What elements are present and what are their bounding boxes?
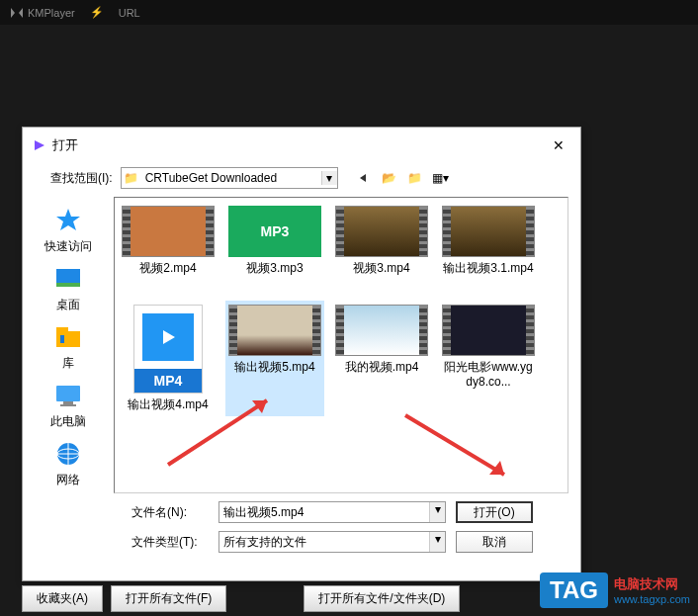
pc-icon [52, 380, 84, 411]
open-button[interactable]: 打开(O) [456, 501, 533, 523]
file-list[interactable]: 视频2.mp4 MP3 视频3.mp3 视频3.mp4 输出视频3.1.mp4 [114, 197, 568, 493]
file-item[interactable]: MP3 视频3.mp3 [225, 202, 324, 281]
mp4-file-icon: MP4 [133, 305, 203, 394]
favorites-button[interactable]: 收藏夹(A) [22, 585, 103, 612]
play-icon [33, 138, 46, 152]
file-item[interactable]: 输出视频3.1.mp4 [439, 202, 538, 281]
svg-rect-1 [56, 283, 80, 287]
file-item[interactable]: 我的视频.mp4 [332, 301, 431, 417]
filetype-dropdown[interactable]: 所有支持的文件 ▾ [218, 531, 446, 553]
svg-rect-4 [60, 335, 64, 343]
open-dialog: 打开 ✕ 查找范围(I): 📁 CRTubeGet Downloaded ▾ 📂… [22, 127, 581, 581]
folder-name: CRTubeGet Downloaded [141, 171, 321, 185]
file-item[interactable]: 阳光电影www.ygdy8.co... [439, 301, 538, 417]
view-menu-icon[interactable]: ▦▾ [431, 168, 451, 188]
lightning-icon: ⚡ [90, 6, 104, 19]
svg-rect-2 [56, 331, 80, 347]
star-icon [52, 205, 84, 236]
filetype-label: 文件类型(T): [131, 534, 209, 551]
folder-icon: 📁 [122, 171, 141, 185]
file-item[interactable]: MP4 输出视频4.mp4 [119, 301, 218, 417]
search-row: 查找范围(I): 📁 CRTubeGet Downloaded ▾ 📂 📁 ▦▾ [23, 163, 580, 197]
svg-rect-7 [60, 404, 76, 406]
svg-rect-6 [63, 401, 73, 404]
app-logo: KMPlayer [10, 7, 75, 19]
chevron-down-icon[interactable]: ▾ [321, 171, 337, 185]
open-all-folders-button[interactable]: 打开所有文件/文件夹(D) [304, 585, 460, 612]
url-label[interactable]: URL [119, 7, 140, 19]
sidebar-desktop[interactable]: 桌面 [50, 261, 86, 315]
dialog-titlebar: 打开 ✕ [23, 128, 580, 163]
sidebar-library[interactable]: 库 [50, 319, 86, 374]
cancel-button[interactable]: 取消 [456, 531, 533, 553]
svg-rect-3 [56, 327, 68, 333]
up-folder-icon[interactable]: 📂 [380, 168, 399, 188]
sidebar-network[interactable]: 网络 [50, 436, 86, 490]
chevron-down-icon[interactable]: ▾ [429, 502, 445, 522]
network-icon [52, 438, 84, 470]
folder-dropdown[interactable]: 📁 CRTubeGet Downloaded ▾ [121, 167, 338, 189]
chevron-down-icon[interactable]: ▾ [429, 532, 445, 552]
library-icon [52, 321, 84, 353]
dialog-title: 打开 [52, 136, 78, 154]
mp3-icon: MP3 [228, 206, 321, 257]
desktop-icon [52, 263, 84, 295]
sidebar-quickaccess[interactable]: 快速访问 [43, 203, 94, 257]
file-item[interactable]: 视频2.mp4 [119, 202, 218, 281]
file-item[interactable]: 视频3.mp4 [332, 202, 431, 281]
app-header: KMPlayer ⚡ URL [0, 0, 698, 25]
open-all-files-button[interactable]: 打开所有文件(F) [111, 585, 226, 612]
bottom-controls: 文件名(N): 输出视频5.mp4 ▾ 打开(O) 文件类型(T): 所有支持的… [23, 493, 580, 565]
svg-rect-5 [56, 386, 80, 401]
filename-input[interactable]: 输出视频5.mp4 ▾ [218, 501, 446, 523]
sidebar-thispc[interactable]: 此电脑 [48, 378, 88, 432]
app-name: KMPlayer [28, 7, 75, 19]
file-item-selected[interactable]: 输出视频5.mp4 [225, 301, 324, 417]
places-sidebar: 快速访问 桌面 库 此电脑 网络 [23, 197, 114, 493]
back-icon[interactable] [354, 168, 374, 188]
extra-buttons: 收藏夹(A) 打开所有文件(F) 打开所有文件/文件夹(D) [22, 585, 460, 612]
filename-label: 文件名(N): [131, 504, 209, 521]
watermark: TAG 电脑技术网 www.tagxp.com [540, 572, 690, 608]
tag-badge: TAG [540, 572, 608, 608]
close-button[interactable]: ✕ [547, 133, 570, 157]
new-folder-icon[interactable]: 📁 [405, 168, 425, 188]
search-label: 查找范围(I): [50, 170, 113, 187]
